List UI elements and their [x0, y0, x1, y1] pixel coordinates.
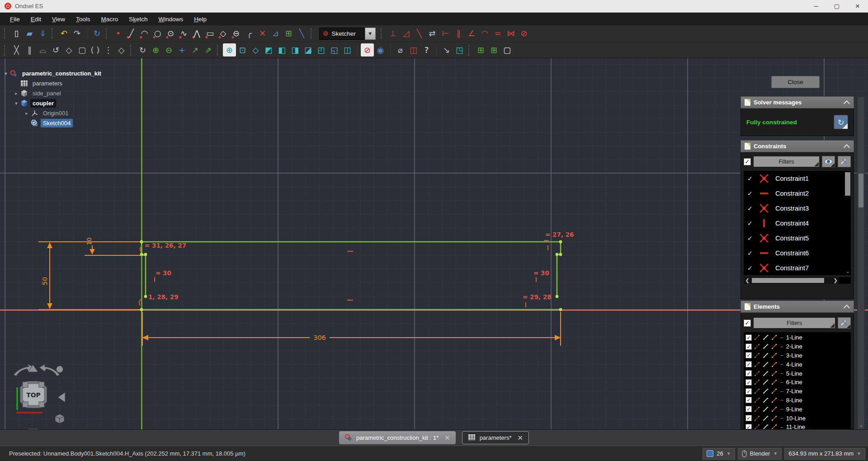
tree-item-coupler[interactable]: ▾coupler: [3, 98, 104, 108]
zoom-in-icon[interactable]: ⊕: [223, 43, 236, 56]
decrease-bspline-degree-icon[interactable]: ⊖: [162, 43, 175, 56]
menu-sketch[interactable]: Sketch: [123, 14, 153, 24]
constrain-angle-icon[interactable]: ◿: [400, 27, 413, 40]
show-control-polygon-icon[interactable]: +: [175, 43, 189, 56]
draw-style-icon[interactable]: ◇: [249, 43, 262, 56]
elements-header[interactable]: Elements: [741, 301, 854, 313]
element-row[interactable]: ✓–6-Line: [744, 378, 851, 387]
join-curves-icon[interactable]: ⇗: [202, 43, 215, 56]
view-dimensions-dropdown[interactable]: 634.93 mm x 271.83 mm ▼: [784, 448, 865, 460]
dim-10-label[interactable]: 10: [85, 237, 93, 245]
constraint-checkbox[interactable]: ✓: [747, 205, 755, 212]
elements-filters-dropdown[interactable]: Filters: [754, 318, 835, 328]
view-front-icon[interactable]: ◧: [275, 43, 288, 56]
toolbar-grip-handle[interactable]: [52, 28, 55, 39]
constrain-symmetric-icon[interactable]: ⋈: [505, 27, 518, 40]
element-row[interactable]: ✓–11-Line: [744, 423, 851, 429]
tab-close-icon[interactable]: ✕: [443, 434, 450, 442]
view-rear-icon[interactable]: ◰: [315, 43, 328, 56]
tree-item-side_panel[interactable]: ▸side_panel: [3, 88, 104, 98]
insert-knot-icon[interactable]: ↗: [189, 43, 202, 56]
rectangular-selection-icon[interactable]: ▢: [75, 43, 89, 56]
rotate-geometry-icon[interactable]: ↺: [49, 43, 62, 56]
constraints-hscrollbar[interactable]: ❮ ❯: [744, 277, 851, 284]
element-row[interactable]: ✓–3-Line: [744, 351, 851, 360]
create-polygon-icon[interactable]: ◇: [217, 27, 230, 40]
constraints-header[interactable]: Constraints: [741, 140, 854, 152]
element-checkbox[interactable]: ✓: [745, 352, 752, 358]
menu-windows[interactable]: Windows: [153, 14, 189, 24]
workbench-selector-arrow[interactable]: ▼: [365, 28, 376, 40]
create-circle-icon[interactable]: ○: [151, 27, 164, 40]
scroll-down-arrow[interactable]: ⌄: [846, 268, 850, 274]
save-icon[interactable]: ⇓: [36, 27, 49, 40]
menu-tools[interactable]: Tools: [71, 14, 96, 24]
constraints-settings-button[interactable]: [838, 156, 851, 167]
constrain-parallel-icon[interactable]: ∥: [452, 27, 465, 40]
edit-arc-icon[interactable]: ⌓: [36, 43, 49, 56]
open-folder-icon[interactable]: ▰: [23, 27, 36, 40]
constraint-row[interactable]: ✓Constraint2: [744, 186, 851, 201]
create-ellipse-icon[interactable]: ⊙: [164, 27, 177, 40]
tree-item-origin001[interactable]: ▸Origin001: [3, 108, 104, 118]
create-arc-icon[interactable]: ◠: [138, 27, 151, 40]
constraints-vscroll-thumb[interactable]: [845, 172, 850, 196]
constrain-distance-x-icon[interactable]: ⇄: [426, 27, 439, 40]
create-slot-icon[interactable]: ⊖: [230, 27, 243, 40]
constraints-filters-dropdown[interactable]: Filters: [754, 156, 819, 167]
toolbar-grip-handle[interactable]: [468, 45, 472, 56]
toolbar-grip-handle[interactable]: [4, 45, 8, 56]
create-rectangle-icon[interactable]: ▭: [203, 27, 217, 40]
menu-edit[interactable]: Edit: [25, 14, 47, 24]
modify-geometry-icon[interactable]: ╳: [10, 43, 23, 56]
constraint-checkbox[interactable]: ✓: [747, 249, 755, 257]
tab-close-icon[interactable]: ✕: [515, 434, 523, 442]
panel-scrollbar-thumb[interactable]: [859, 174, 863, 207]
scroll-left-arrow[interactable]: ❮: [744, 278, 751, 283]
grid-size-dropdown[interactable]: 26 ▼: [703, 448, 735, 460]
expander-closed-icon[interactable]: ▸: [13, 91, 19, 96]
element-checkbox[interactable]: ✓: [745, 361, 752, 367]
collapse-chevron-icon[interactable]: [844, 144, 850, 151]
whats-this-icon[interactable]: ?: [420, 43, 433, 56]
workbench-selector[interactable]: ⊚Sketcher▼: [319, 28, 376, 40]
constrain-block-icon[interactable]: ⊘: [518, 27, 531, 40]
constraint-checkbox[interactable]: ✓: [747, 220, 755, 227]
render-frame-icon[interactable]: ▢: [500, 43, 514, 56]
create-polyline-icon[interactable]: ⋀: [190, 27, 203, 40]
element-row[interactable]: ✓–10-Line: [744, 414, 851, 423]
menu-help[interactable]: Help: [189, 14, 212, 24]
viewport-3d[interactable]: 306 50 10: [0, 58, 868, 429]
toolbar-grip-handle[interactable]: [381, 28, 384, 39]
scroll-right-arrow[interactable]: ❯: [832, 278, 839, 283]
panel-scrollbar[interactable]: ⌄: [857, 96, 865, 429]
show-hide-constraints-button[interactable]: [822, 156, 835, 167]
constraint-row[interactable]: ✓Constraint7: [744, 260, 851, 275]
dim-50-label[interactable]: 50: [41, 277, 48, 285]
constrain-equal-icon[interactable]: =: [491, 27, 505, 40]
new-document-icon[interactable]: ▯: [10, 27, 23, 40]
element-checkbox[interactable]: ✓: [745, 406, 752, 412]
expander-open-icon[interactable]: ▾: [13, 101, 19, 106]
toolbar-grip-handle[interactable]: [106, 28, 109, 39]
constraint-checkbox[interactable]: ✓: [747, 175, 755, 182]
document-tab[interactable]: parametric_construction_kit : 1*✕: [339, 431, 456, 444]
clipping-plane-icon[interactable]: ◫: [407, 43, 420, 56]
create-bspline-icon[interactable]: ∿: [177, 27, 190, 40]
measure-icon[interactable]: ⌀: [394, 43, 407, 56]
view-right-icon[interactable]: ◪: [302, 43, 315, 56]
view-top-icon[interactable]: ◨: [288, 43, 302, 56]
view-left-icon[interactable]: ◫: [341, 43, 354, 56]
viewpoint-dot[interactable]: [57, 366, 63, 373]
menu-view[interactable]: View: [47, 14, 71, 24]
toolbar-grip-handle[interactable]: [4, 28, 8, 39]
element-checkbox[interactable]: ✓: [745, 334, 752, 341]
toolbar-grip-handle[interactable]: [130, 45, 134, 56]
create-line-icon[interactable]: ╱: [125, 27, 138, 40]
minimize-button[interactable]: ─: [806, 0, 826, 12]
constrain-distance-y-icon[interactable]: ⊢: [439, 27, 452, 40]
element-row[interactable]: ✓–2-Line: [744, 342, 851, 351]
create-point-icon[interactable]: •: [112, 27, 125, 40]
maximize-button[interactable]: ▢: [826, 0, 847, 12]
element-row[interactable]: ✓–7-Line: [744, 387, 851, 396]
